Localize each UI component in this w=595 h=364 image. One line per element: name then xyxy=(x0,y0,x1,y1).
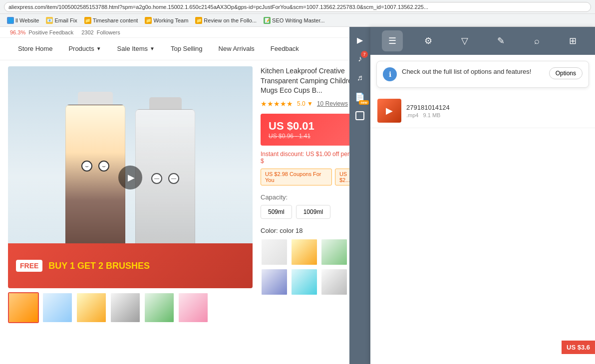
eye-flat-left xyxy=(151,173,162,184)
video-thumb-image: ▶ xyxy=(377,99,401,123)
thumbnail-1[interactable] xyxy=(8,292,39,323)
settings-icon: ⚙ xyxy=(424,35,432,46)
ext-menu-button[interactable]: ☰ xyxy=(382,30,403,51)
bookmark-email[interactable]: 📧 Email Fix xyxy=(43,16,80,25)
thumbnail-3[interactable] xyxy=(76,292,107,323)
export-icon: ⊞ xyxy=(569,35,577,46)
ext-export-button[interactable]: ⊞ xyxy=(563,30,584,51)
options-button[interactable]: Options xyxy=(549,67,583,79)
bookmark-icon-timeshare: 📁 xyxy=(84,17,91,24)
tooltip-info-icon: ℹ xyxy=(383,67,397,81)
free-banner: FREE BUY 1 GET 2 BRUSHES xyxy=(8,243,253,288)
audio-badge: 7 xyxy=(361,51,368,58)
bookmark-icon-website: 🌐 xyxy=(7,17,14,24)
ext-filter-button[interactable]: ▽ xyxy=(454,30,475,51)
capacity-options: 509ml 1009ml xyxy=(261,205,362,219)
info-icon: ℹ xyxy=(389,70,391,78)
bookmark-icon-seo: 📝 xyxy=(264,17,271,24)
nav-store-home[interactable]: Store Home xyxy=(10,38,60,60)
free-banner-text: BUY 1 GET 2 BRUSHES xyxy=(48,261,150,271)
color-swatch-1[interactable] xyxy=(291,238,318,266)
nav-sale-items[interactable]: Sale Items ▼ xyxy=(109,38,163,60)
rating-row: ★★★★★ 5.0 ▼ 10 Reviews xyxy=(261,100,362,108)
url-text: aliexpress.com/item/1005002585153788.htm… xyxy=(8,4,428,10)
nav-feedback[interactable]: Feedback xyxy=(263,38,307,60)
extension-left-icons: ▶ ♪ 7 ♬ 📄 new xyxy=(349,27,370,364)
instant-discount: Instant discount: US $1.00 off per US $ xyxy=(261,151,362,165)
bookmark-icon-email: 📧 xyxy=(46,17,53,24)
color-swatch-8[interactable] xyxy=(291,268,318,296)
ext-doc-button[interactable]: 📄 new xyxy=(351,88,369,106)
thumbnail-2[interactable] xyxy=(42,292,73,323)
video-filename: 279181014124 xyxy=(406,104,588,111)
main-area: FREE BUY 1 GET 2 BRUSHES xyxy=(0,60,370,364)
original-price: US $0.96 - 1.41 xyxy=(269,133,360,140)
metrics-bar: 96.3% Positive Feedback 2302 Followers xyxy=(0,27,370,38)
thumb-inner-2 xyxy=(43,293,72,322)
eye-flat-right xyxy=(168,173,179,184)
capacity-509ml[interactable]: 509ml xyxy=(261,205,292,219)
capacity-1009ml[interactable]: 1009ml xyxy=(296,205,330,219)
sale-dropdown-icon: ▼ xyxy=(150,46,155,51)
page-content: 96.3% Positive Feedback 2302 Followers S… xyxy=(0,27,595,364)
capacity-label: Capacity: xyxy=(261,193,362,201)
bottle-eyes-left xyxy=(81,161,109,172)
bookmark-label-working-team: Working Team xyxy=(153,17,188,23)
main-product-image: FREE BUY 1 GET 2 BRUSHES xyxy=(8,66,253,288)
bookmarks-bar: 🌐 ll Website 📧 Email Fix 📁 Timeshare con… xyxy=(0,14,595,27)
play-button[interactable] xyxy=(118,166,142,189)
ext-audio-button[interactable]: ♪ 7 xyxy=(351,50,369,68)
filter-icon: ▽ xyxy=(461,35,468,46)
bookmark-website[interactable]: 🌐 ll Website xyxy=(4,16,42,25)
bookmark-seo[interactable]: 📝 SEO Writing Master... xyxy=(261,16,328,25)
color-swatch-9[interactable] xyxy=(320,268,348,296)
ext-settings-button[interactable]: ⚙ xyxy=(418,30,439,51)
ext-pencil-button[interactable]: ✎ xyxy=(490,30,511,51)
bookmark-review[interactable]: 📁 Review on the Follo... xyxy=(192,16,260,25)
bookmark-timeshare[interactable]: 📁 Timeshare content xyxy=(81,16,141,25)
color-label: Color: color 18 xyxy=(261,227,362,234)
search-icon: ⌕ xyxy=(534,36,540,46)
followers-value: 2302 Followers xyxy=(81,29,120,35)
ext-video-button[interactable]: ▶ xyxy=(351,31,369,49)
ext-toolbar: ☰ ⚙ ▽ ✎ ⌕ ⊞ xyxy=(370,27,595,55)
ext-checkbox-button[interactable] xyxy=(351,107,369,125)
checkbox-square-icon xyxy=(355,111,364,120)
nav-top-selling[interactable]: Top Selling xyxy=(163,38,211,60)
color-grid xyxy=(261,238,362,296)
stars: ★★★★★ xyxy=(261,100,293,108)
reviews-link[interactable]: 10 Reviews xyxy=(317,100,348,107)
nav-products[interactable]: Products ▼ xyxy=(60,38,109,60)
color-swatch-2[interactable] xyxy=(320,238,348,266)
thumbnail-6[interactable] xyxy=(178,292,209,323)
ext-search-button[interactable]: ⌕ xyxy=(526,30,547,51)
color-swatch-7[interactable] xyxy=(261,268,288,296)
thumb-inner-1 xyxy=(9,293,38,322)
bottle-eyes-right xyxy=(151,173,179,184)
price-box: US $0.01 US $0.96 - 1.41 xyxy=(261,114,362,146)
video-meta: .mp4 9.1 MB xyxy=(406,112,588,118)
menu-icon: ☰ xyxy=(388,35,396,46)
store-page: 96.3% Positive Feedback 2302 Followers S… xyxy=(0,27,370,364)
bookmark-icon-review: 📁 xyxy=(195,17,202,24)
bookmark-icon-working-team: 📁 xyxy=(145,17,152,24)
thumbnail-4[interactable] xyxy=(110,292,141,323)
coupon-1[interactable]: US $2.98 Coupons For You xyxy=(261,169,332,185)
sidebar-price: US $3.6 xyxy=(562,341,595,354)
nav-new-arrivals[interactable]: New Arrivals xyxy=(211,38,263,60)
video-info: 279181014124 .mp4 9.1 MB xyxy=(406,104,588,118)
thumbnail-5[interactable] xyxy=(144,292,175,323)
video-item: ▶ 279181014124 .mp4 9.1 MB xyxy=(370,94,595,128)
new-label: new xyxy=(359,100,369,105)
products-dropdown-icon: ▼ xyxy=(96,46,101,51)
thumb-inner-3 xyxy=(77,293,106,322)
thumbnail-row xyxy=(8,292,253,323)
url-bar[interactable]: aliexpress.com/item/1005002585153788.htm… xyxy=(4,2,591,12)
bottle-left xyxy=(65,105,125,264)
bookmark-label-website: ll Website xyxy=(15,17,39,23)
bookmark-working-team[interactable]: 📁 Working Team xyxy=(142,16,191,25)
ext-music-button[interactable]: ♬ xyxy=(351,69,369,87)
bookmark-label-review: Review on the Follo... xyxy=(204,17,257,23)
product-title: Kitchen Leakproof Creative Transparent C… xyxy=(261,66,362,96)
color-swatch-0[interactable] xyxy=(261,238,288,266)
